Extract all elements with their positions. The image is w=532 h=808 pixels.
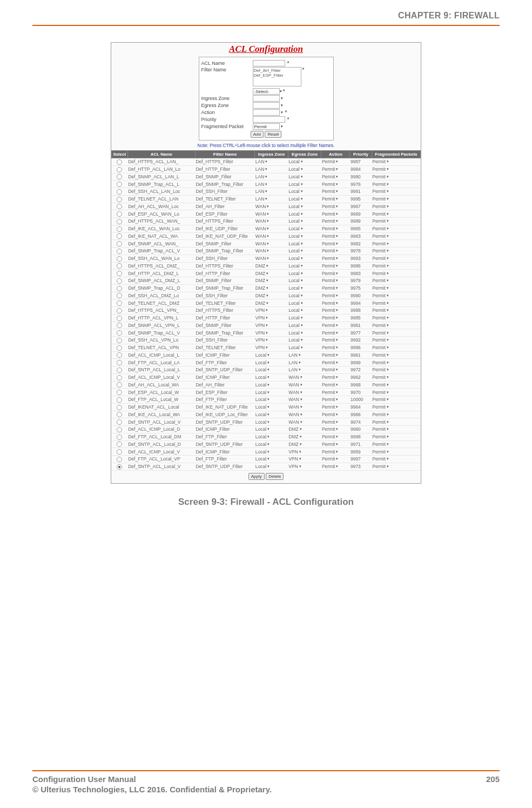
row-select-radio[interactable]: [117, 256, 122, 262]
cell-egress-select[interactable]: Local ▾: [288, 301, 302, 306]
cell-egress-select[interactable]: Local ▾: [288, 271, 302, 276]
cell-ingress-select[interactable]: Local ▾: [255, 375, 270, 380]
cell-frag-select[interactable]: Permit ▾: [372, 449, 389, 455]
action-select[interactable]: [253, 109, 280, 116]
cell-frag-select[interactable]: Permit ▾: [372, 278, 389, 283]
ingress-zone-select[interactable]: [253, 95, 280, 102]
cell-ingress-select[interactable]: DMZ ▾: [255, 271, 268, 276]
cell-action-select[interactable]: Permit ▾: [322, 397, 339, 402]
cell-egress-select[interactable]: Local ▾: [288, 233, 302, 239]
row-select-radio[interactable]: [117, 286, 122, 291]
cell-ingress-select[interactable]: VPN ▾: [255, 315, 268, 320]
cell-frag-select[interactable]: Permit ▾: [372, 271, 389, 276]
cell-frag-select[interactable]: Permit ▾: [372, 226, 389, 231]
cell-action-select[interactable]: Permit ▾: [322, 189, 339, 194]
cell-frag-select[interactable]: Permit ▾: [372, 166, 389, 172]
frag-packet-select[interactable]: Permit: [253, 123, 280, 130]
row-select-radio[interactable]: [117, 442, 122, 447]
cell-egress-select[interactable]: Local ▾: [288, 204, 302, 209]
cell-egress-select[interactable]: VPN ▾: [288, 449, 301, 455]
row-select-radio[interactable]: [117, 197, 122, 202]
cell-ingress-select[interactable]: WAN ▾: [255, 204, 270, 209]
row-select-radio[interactable]: [117, 464, 122, 470]
cell-ingress-select[interactable]: LAN ▾: [255, 159, 268, 164]
cell-egress-select[interactable]: Local ▾: [288, 315, 302, 320]
cell-frag-select[interactable]: Permit ▾: [372, 315, 389, 320]
row-select-radio[interactable]: [117, 167, 122, 172]
cell-action-select[interactable]: Permit ▾: [322, 419, 339, 425]
row-select-radio[interactable]: [117, 263, 122, 269]
add-button[interactable]: Add: [251, 131, 264, 138]
row-select-radio[interactable]: [117, 368, 122, 373]
cell-frag-select[interactable]: Permit ▾: [372, 263, 389, 269]
cell-egress-select[interactable]: Local ▾: [288, 182, 302, 187]
cell-egress-select[interactable]: VPN ▾: [288, 456, 301, 462]
cell-action-select[interactable]: Permit ▾: [322, 159, 339, 164]
cell-egress-select[interactable]: Local ▾: [288, 189, 302, 194]
cell-frag-select[interactable]: Permit ▾: [372, 442, 389, 447]
row-select-radio[interactable]: [117, 278, 122, 284]
cell-frag-select[interactable]: Permit ▾: [372, 182, 389, 187]
cell-frag-select[interactable]: Permit ▾: [372, 218, 389, 224]
cell-egress-select[interactable]: Local ▾: [288, 241, 302, 246]
cell-frag-select[interactable]: Permit ▾: [372, 196, 389, 202]
cell-action-select[interactable]: Permit ▾: [322, 456, 339, 462]
cell-frag-select[interactable]: Permit ▾: [372, 375, 389, 380]
row-select-radio[interactable]: [117, 226, 122, 232]
cell-frag-select[interactable]: Permit ▾: [372, 285, 389, 291]
cell-frag-select[interactable]: Permit ▾: [372, 174, 389, 179]
cell-action-select[interactable]: Permit ▾: [322, 182, 339, 187]
cell-frag-select[interactable]: Permit ▾: [372, 360, 389, 365]
cell-action-select[interactable]: Permit ▾: [322, 256, 339, 261]
cell-action-select[interactable]: Permit ▾: [322, 285, 339, 291]
cell-action-select[interactable]: Permit ▾: [322, 352, 339, 358]
reset-button[interactable]: Reset: [265, 131, 281, 138]
cell-action-select[interactable]: Permit ▾: [322, 382, 339, 388]
cell-ingress-select[interactable]: DMZ ▾: [255, 285, 268, 291]
cell-frag-select[interactable]: Permit ▾: [372, 397, 389, 402]
cell-action-select[interactable]: Permit ▾: [322, 390, 339, 395]
cell-ingress-select[interactable]: LAN ▾: [255, 189, 268, 194]
cell-egress-select[interactable]: WAN ▾: [288, 404, 302, 410]
apply-button[interactable]: Apply: [248, 473, 265, 480]
row-select-radio[interactable]: [117, 352, 122, 358]
cell-frag-select[interactable]: Permit ▾: [372, 367, 389, 372]
cell-frag-select[interactable]: Permit ▾: [372, 412, 389, 417]
cell-ingress-select[interactable]: Local ▾: [255, 426, 270, 432]
cell-action-select[interactable]: Permit ▾: [322, 278, 339, 283]
cell-action-select[interactable]: Permit ▾: [322, 241, 339, 246]
cell-action-select[interactable]: Permit ▾: [322, 263, 339, 269]
cell-action-select[interactable]: Permit ▾: [322, 308, 339, 313]
cell-egress-select[interactable]: Local ▾: [288, 226, 302, 231]
cell-egress-select[interactable]: Local ▾: [288, 330, 302, 336]
cell-ingress-select[interactable]: Local ▾: [255, 464, 270, 469]
row-select-radio[interactable]: [117, 382, 122, 388]
row-select-radio[interactable]: [117, 301, 122, 306]
cell-action-select[interactable]: Permit ▾: [322, 404, 339, 410]
cell-egress-select[interactable]: Local ▾: [288, 308, 302, 313]
row-select-radio[interactable]: [117, 323, 122, 328]
cell-action-select[interactable]: Permit ▾: [322, 375, 339, 380]
cell-action-select[interactable]: Permit ▾: [322, 174, 339, 179]
cell-frag-select[interactable]: Permit ▾: [372, 464, 389, 469]
row-select-radio[interactable]: [117, 293, 122, 298]
cell-action-select[interactable]: Permit ▾: [322, 323, 339, 328]
cell-egress-select[interactable]: VPN ▾: [288, 464, 301, 469]
cell-frag-select[interactable]: Permit ▾: [372, 419, 389, 425]
row-select-radio[interactable]: [117, 427, 122, 432]
cell-frag-select[interactable]: Permit ▾: [372, 204, 389, 209]
row-select-radio[interactable]: [117, 360, 122, 365]
cell-ingress-select[interactable]: Local ▾: [255, 352, 270, 358]
cell-ingress-select[interactable]: WAN ▾: [255, 241, 270, 246]
row-select-radio[interactable]: [117, 397, 122, 403]
cell-action-select[interactable]: Permit ▾: [322, 196, 339, 202]
cell-egress-select[interactable]: Local ▾: [288, 159, 302, 164]
cell-ingress-select[interactable]: Local ▾: [255, 367, 270, 372]
row-select-radio[interactable]: [117, 435, 122, 440]
cell-ingress-select[interactable]: VPN ▾: [255, 323, 268, 328]
cell-egress-select[interactable]: Local ▾: [288, 256, 302, 261]
row-select-radio[interactable]: [117, 271, 122, 276]
cell-frag-select[interactable]: Permit ▾: [372, 330, 389, 336]
cell-frag-select[interactable]: Permit ▾: [372, 159, 389, 164]
row-select-radio[interactable]: [117, 204, 122, 209]
